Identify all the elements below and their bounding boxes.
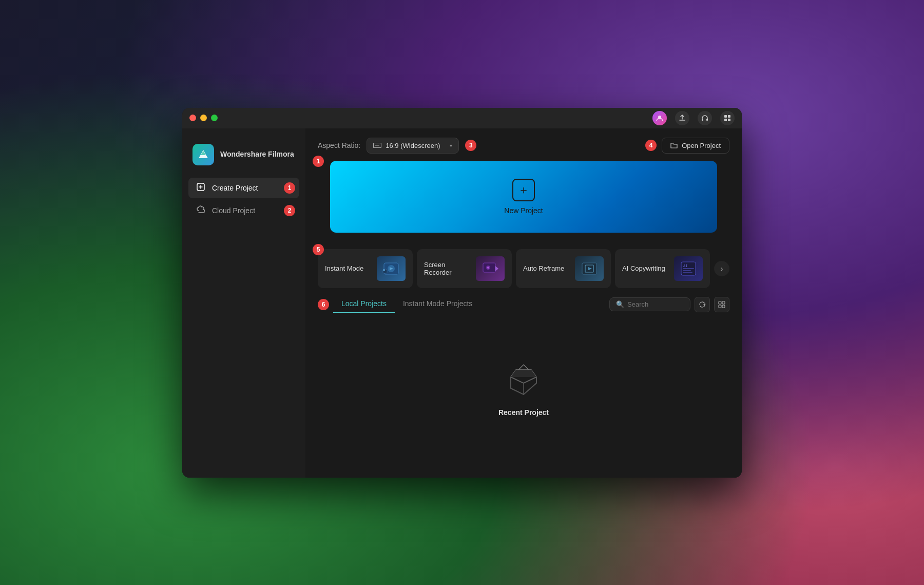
svg-point-15 (487, 267, 489, 269)
sidebar-item-cloud-project[interactable]: Cloud Project 2 (188, 200, 299, 221)
sidebar-nav: Create Project 1 Cloud Project 2 (182, 178, 305, 221)
upload-icon[interactable] (675, 111, 689, 125)
tab-local-label: Local Projects (341, 299, 387, 308)
panel-header: Aspect Ratio: 16:9 (Widescreen) ▾ 3 4 (305, 128, 742, 161)
svg-rect-26 (722, 305, 725, 308)
sidebar-item-create-project[interactable]: Create Project 1 (188, 178, 299, 198)
feature-card-reframe-label: Auto Reframe (523, 265, 564, 272)
svg-text:AI: AI (683, 264, 687, 268)
projects-actions: 🔍 (609, 297, 729, 312)
new-project-label: New Project (504, 206, 543, 215)
folder-icon (670, 142, 678, 149)
refresh-icon (699, 301, 706, 308)
badge-1-wrapper: 1 (313, 156, 324, 167)
new-project-plus-icon: ＋ (512, 179, 535, 201)
aspect-ratio-value: 16:9 (Widescreen) (386, 142, 446, 149)
new-project-section: 1 ＋ New Project (318, 161, 729, 241)
svg-rect-24 (722, 301, 725, 304)
feature-card-screen-recorder[interactable]: Screen Recorder (417, 249, 512, 288)
svg-rect-22 (683, 272, 692, 273)
instant-mode-icon (377, 256, 406, 281)
logo-icon (192, 144, 214, 165)
sidebar: Wondershare Filmora Create Project 1 (182, 128, 305, 478)
grid-view-icon (718, 301, 725, 308)
right-panel: Aspect Ratio: 16:9 (Widescreen) ▾ 3 4 (305, 128, 742, 478)
avatar-icon[interactable] (652, 111, 667, 125)
feature-cards-section: 5 Instant Mode (318, 249, 729, 288)
sidebar-badge-2: 2 (284, 205, 295, 216)
svg-rect-3 (724, 115, 727, 118)
feature-card-auto-reframe[interactable]: Auto Reframe (516, 249, 611, 288)
grid-icon[interactable] (720, 111, 735, 125)
feature-card-recorder-label: Screen Recorder (424, 261, 472, 276)
empty-state: Recent Project (305, 319, 742, 478)
tab-instant-mode-projects[interactable]: Instant Mode Projects (395, 296, 480, 313)
app-window: Wondershare Filmora Create Project 1 (182, 108, 742, 478)
main-content: Wondershare Filmora Create Project 1 (182, 128, 742, 478)
empty-box-icon (503, 359, 544, 400)
ai-copywriting-icon: AI (674, 256, 703, 281)
cards-nav-arrow[interactable]: › (714, 261, 729, 276)
view-toggle-button[interactable] (714, 297, 729, 312)
search-input-wrap[interactable]: 🔍 (609, 297, 690, 311)
projects-section: 6 Local Projects Instant Mode Projects 🔍 (305, 296, 742, 478)
svg-rect-2 (706, 119, 708, 121)
badge-5: 5 (313, 244, 324, 255)
headphones-icon[interactable] (698, 111, 712, 125)
chevron-down-icon: ▾ (450, 143, 452, 148)
svg-rect-6 (728, 119, 730, 121)
open-project-button[interactable]: Open Project (662, 138, 729, 154)
sidebar-item-label-cloud: Cloud Project (212, 206, 255, 215)
svg-rect-4 (728, 115, 730, 118)
tab-local-projects[interactable]: Local Projects (333, 296, 395, 313)
maximize-button[interactable] (211, 115, 218, 121)
svg-rect-23 (719, 301, 721, 304)
aspect-ratio-icon (373, 143, 381, 148)
feature-card-ai-copywriting[interactable]: AI Copywriting AI (615, 249, 710, 288)
sidebar-badge-1: 1 (284, 182, 295, 194)
badge-6: 6 (318, 299, 329, 310)
svg-rect-25 (719, 305, 721, 308)
badge-1: 1 (313, 156, 324, 167)
feature-card-instant-mode[interactable]: Instant Mode (318, 249, 413, 288)
tab-instant-label: Instant Mode Projects (403, 299, 472, 308)
refresh-button[interactable] (695, 297, 710, 312)
minimize-button[interactable] (200, 115, 207, 121)
svg-rect-12 (383, 269, 385, 271)
projects-tabs-bar: 6 Local Projects Instant Mode Projects 🔍 (305, 296, 742, 313)
svg-rect-21 (683, 270, 691, 271)
aspect-ratio-select[interactable]: 16:9 (Widescreen) ▾ (367, 138, 459, 154)
svg-rect-20 (683, 268, 694, 269)
projects-tabs: 6 Local Projects Instant Mode Projects (318, 296, 609, 313)
svg-rect-1 (702, 119, 703, 121)
logo-text: Wondershare Filmora (220, 149, 294, 159)
screen-recorder-icon (476, 256, 505, 281)
open-project-label: Open Project (682, 142, 721, 149)
feature-card-ai-label: AI Copywriting (622, 265, 665, 272)
search-input[interactable] (627, 300, 684, 308)
empty-state-label: Recent Project (498, 408, 549, 417)
sidebar-item-label-create: Create Project (212, 184, 258, 192)
title-bar (182, 108, 742, 128)
title-bar-actions (652, 111, 735, 125)
traffic-lights (189, 115, 218, 121)
aspect-ratio-label: Aspect Ratio: (318, 141, 360, 149)
sidebar-logo: Wondershare Filmora (182, 139, 305, 178)
new-project-banner[interactable]: ＋ New Project (330, 161, 717, 233)
badge-4: 4 (645, 140, 657, 151)
open-project-wrapper: 4 Open Project (645, 138, 729, 154)
close-button[interactable] (189, 115, 196, 121)
auto-reframe-icon (575, 256, 604, 281)
search-icon: 🔍 (616, 300, 624, 308)
create-project-icon (196, 183, 206, 193)
cloud-icon (196, 205, 206, 216)
badge-3: 3 (465, 140, 476, 151)
feature-card-instant-label: Instant Mode (325, 265, 363, 272)
feature-cards: Instant Mode Screen Recor (318, 249, 710, 288)
svg-rect-5 (724, 119, 727, 121)
aspect-ratio-section: Aspect Ratio: 16:9 (Widescreen) ▾ 3 (318, 138, 476, 154)
